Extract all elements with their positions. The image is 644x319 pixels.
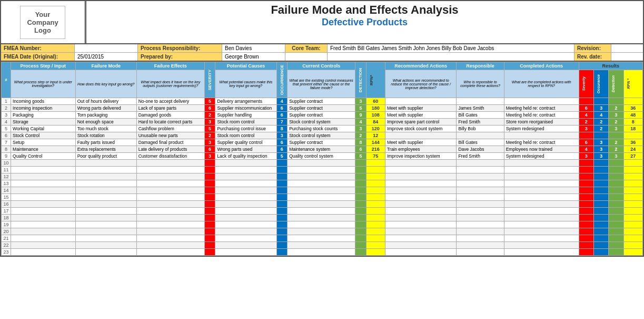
- failure-effect[interactable]: [136, 221, 204, 228]
- detection-value[interactable]: 6: [355, 146, 366, 153]
- potential-cause[interactable]: [215, 215, 276, 221]
- process-step[interactable]: Stock Control: [11, 132, 76, 139]
- severity-value[interactable]: 5: [204, 125, 215, 132]
- current-control[interactable]: Quality control system: [288, 153, 355, 160]
- failure-mode[interactable]: [75, 194, 136, 201]
- completed-action[interactable]: Store room reorganised: [504, 119, 579, 125]
- process-step[interactable]: [11, 187, 76, 194]
- occurrence-value[interactable]: 6: [276, 105, 288, 112]
- process-step[interactable]: Incoming inspection: [11, 105, 76, 112]
- potential-cause[interactable]: Stock room control: [215, 119, 276, 125]
- recommended-action[interactable]: Meet with supplier: [385, 139, 456, 146]
- current-control[interactable]: [288, 180, 355, 187]
- current-control[interactable]: Supplier contract: [288, 98, 355, 105]
- current-control[interactable]: Stock control system: [288, 119, 355, 125]
- failure-effect[interactable]: Damaged goods: [136, 112, 204, 119]
- potential-cause[interactable]: [215, 194, 276, 201]
- failure-effect[interactable]: Hard to locate correct parts: [136, 119, 204, 125]
- completed-action[interactable]: System redesigned: [504, 125, 579, 132]
- completed-action[interactable]: [504, 215, 579, 221]
- detection-value[interactable]: [355, 173, 366, 180]
- failure-mode[interactable]: Out of hours delivery: [75, 98, 136, 105]
- detection-value[interactable]: 9: [355, 112, 366, 119]
- recommended-action[interactable]: [385, 208, 456, 215]
- detection-value[interactable]: [355, 194, 366, 201]
- failure-mode[interactable]: Extra replacements: [75, 146, 136, 153]
- completed-action[interactable]: [504, 221, 579, 228]
- occurrence-value[interactable]: 6: [276, 139, 288, 146]
- occurrence-value[interactable]: [276, 221, 288, 228]
- recommended-action[interactable]: [385, 201, 456, 208]
- failure-effect[interactable]: [136, 173, 204, 180]
- process-step[interactable]: [11, 228, 76, 235]
- detection-value[interactable]: 4: [355, 119, 366, 125]
- completed-action[interactable]: [504, 208, 579, 215]
- process-step[interactable]: [11, 194, 76, 201]
- completed-action[interactable]: Meeting held re: contract: [504, 112, 579, 119]
- failure-effect[interactable]: No-one to accept delivery: [136, 98, 204, 105]
- process-step[interactable]: Incoming goods: [11, 98, 76, 105]
- severity-value[interactable]: [204, 221, 215, 228]
- responsible-person[interactable]: [457, 180, 504, 187]
- recommended-action[interactable]: [385, 180, 456, 187]
- detection-value[interactable]: [355, 249, 366, 256]
- recommended-action[interactable]: [385, 173, 456, 180]
- process-step[interactable]: [11, 235, 76, 242]
- failure-mode[interactable]: [75, 215, 136, 221]
- current-control[interactable]: [288, 167, 355, 173]
- detection-value[interactable]: [355, 201, 366, 208]
- current-control[interactable]: [288, 208, 355, 215]
- occurrence-value[interactable]: [276, 215, 288, 221]
- process-step[interactable]: [11, 160, 76, 167]
- recommended-action[interactable]: [385, 215, 456, 221]
- potential-cause[interactable]: Lack of quality inspection: [215, 153, 276, 160]
- completed-action[interactable]: [504, 167, 579, 173]
- responsible-person[interactable]: Fred Smith: [457, 153, 504, 160]
- detection-value[interactable]: [355, 208, 366, 215]
- occurrence-value[interactable]: [276, 242, 288, 249]
- current-control[interactable]: [288, 160, 355, 167]
- recommended-action[interactable]: [385, 228, 456, 235]
- responsible-person[interactable]: Bill Gates: [457, 112, 504, 119]
- process-step[interactable]: [11, 173, 76, 180]
- current-control[interactable]: Supplier contract: [288, 112, 355, 119]
- completed-action[interactable]: [504, 194, 579, 201]
- current-control[interactable]: [288, 173, 355, 180]
- detection-value[interactable]: [355, 187, 366, 194]
- failure-effect[interactable]: Late delivery of products: [136, 146, 204, 153]
- potential-cause[interactable]: Supplier handling: [215, 112, 276, 119]
- severity-value[interactable]: [204, 242, 215, 249]
- process-step[interactable]: Setup: [11, 139, 76, 146]
- process-step[interactable]: [11, 249, 76, 256]
- failure-effect[interactable]: [136, 187, 204, 194]
- recommended-action[interactable]: [385, 167, 456, 173]
- completed-action[interactable]: [504, 187, 579, 194]
- detection-value[interactable]: [355, 242, 366, 249]
- severity-value[interactable]: [204, 194, 215, 201]
- failure-effect[interactable]: [136, 235, 204, 242]
- responsible-person[interactable]: [457, 187, 504, 194]
- detection-value[interactable]: [355, 215, 366, 221]
- occurrence-value[interactable]: [276, 180, 288, 187]
- completed-action[interactable]: [504, 228, 579, 235]
- severity-value[interactable]: [204, 249, 215, 256]
- potential-cause[interactable]: Wrong parts used: [215, 146, 276, 153]
- current-control[interactable]: [288, 242, 355, 249]
- detection-value[interactable]: 8: [355, 139, 366, 146]
- responsible-person[interactable]: [457, 194, 504, 201]
- failure-mode[interactable]: Faulty parts issued: [75, 139, 136, 146]
- process-step[interactable]: Quality Control: [11, 153, 76, 160]
- severity-value[interactable]: [204, 215, 215, 221]
- occurrence-value[interactable]: [276, 194, 288, 201]
- detection-value[interactable]: 5: [355, 153, 366, 160]
- completed-action[interactable]: [504, 249, 579, 256]
- occurrence-value[interactable]: 3: [276, 132, 288, 139]
- responsible-person[interactable]: [457, 235, 504, 242]
- occurrence-value[interactable]: 6: [276, 112, 288, 119]
- responsible-person[interactable]: [457, 249, 504, 256]
- potential-cause[interactable]: [215, 228, 276, 235]
- recommended-action[interactable]: Meet with supplier: [385, 105, 456, 112]
- responsible-person[interactable]: [457, 167, 504, 173]
- failure-mode[interactable]: [75, 160, 136, 167]
- recommended-action[interactable]: [385, 242, 456, 249]
